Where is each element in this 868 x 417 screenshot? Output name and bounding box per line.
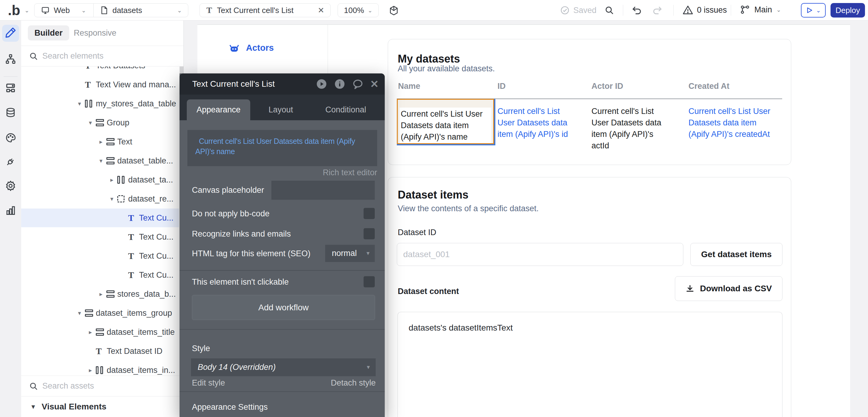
bbcode-checkbox[interactable] xyxy=(364,208,375,219)
dataset-items-card: Dataset items View the contents of a spe… xyxy=(388,177,791,417)
chevron-right-icon[interactable]: ▸ xyxy=(95,290,106,298)
tree-item-dataset-items-title[interactable]: ▸dataset_items_title xyxy=(21,323,179,342)
expression-line: API)'s name xyxy=(195,146,369,157)
tree-item-text-cu-[interactable]: TText Cu... xyxy=(21,247,179,265)
tree-item-text-datasets[interactable]: TText Datasets xyxy=(21,66,179,75)
issues-indicator[interactable]: 0 issues xyxy=(682,4,727,15)
inspector-tabs: Appearance Layout Conditional xyxy=(180,95,385,120)
workflow-icon[interactable] xyxy=(5,54,16,66)
logs-icon[interactable] xyxy=(5,205,16,217)
chevron-right-icon[interactable]: ▸ xyxy=(85,328,96,336)
undo-icon[interactable] xyxy=(632,5,642,16)
data-icon[interactable] xyxy=(5,107,16,119)
tree-item-label: dataset_table... xyxy=(117,156,173,166)
styles-icon[interactable] xyxy=(5,132,16,145)
get-dataset-items-button[interactable]: Get dataset items xyxy=(690,243,782,266)
platform-label[interactable]: Web xyxy=(54,6,70,15)
chevron-right-icon[interactable]: ▸ xyxy=(106,176,117,184)
tree-item-text-cu-[interactable]: TText Cu... xyxy=(21,266,179,284)
table-cell-actor: Current cell's ListUser Datasets dataite… xyxy=(591,105,661,151)
sidebar-item-actors[interactable]: Actors xyxy=(229,43,274,53)
info-icon[interactable] xyxy=(334,78,345,90)
edit-style-link[interactable]: Edit style xyxy=(192,378,225,388)
chevron-down-icon[interactable]: ▾ xyxy=(106,195,117,202)
zoom-control[interactable]: 100% ⌄ xyxy=(338,3,379,17)
rich-text-editor-link[interactable]: Rich text editor xyxy=(323,168,377,178)
tree-item-my-stores-data-table[interactable]: ▾my_stores_data_table xyxy=(21,94,179,113)
selected-canvas-element[interactable]: Current cell's List UserDatasets data it… xyxy=(397,99,494,144)
deploy-button[interactable]: Deploy xyxy=(831,3,865,18)
warning-icon xyxy=(682,4,693,15)
dataset-content-box: datasets's datasetItemsText xyxy=(397,312,782,417)
search-elements[interactable]: Search elements xyxy=(21,46,183,66)
group-element-icon xyxy=(106,138,117,146)
close-icon[interactable]: ✕ xyxy=(370,78,379,90)
tree-item-dataset-ta-[interactable]: ▸dataset_ta... xyxy=(21,170,179,189)
tree-item-text-cu-[interactable]: TText Cu... xyxy=(21,208,179,227)
dataset-id-input[interactable]: dataset_001 xyxy=(397,243,683,266)
design-icon[interactable] xyxy=(5,27,16,39)
add-workflow-button[interactable]: Add workflow xyxy=(192,295,375,320)
cell-line: Current cell's List User xyxy=(401,108,490,120)
tree-item-dataset-table-[interactable]: ▾dataset_table... xyxy=(21,151,179,170)
comment-icon[interactable] xyxy=(352,78,364,90)
chevron-right-icon[interactable]: ▸ xyxy=(85,366,96,374)
cell-line: Datasets data item xyxy=(688,117,770,128)
close-icon[interactable]: ✕ xyxy=(318,6,324,15)
components-icon[interactable] xyxy=(5,82,16,95)
visual-elements-section[interactable]: ▼ Visual Elements xyxy=(21,396,183,417)
dataset-content-text: datasets's datasetItemsText xyxy=(409,323,513,333)
settings-icon[interactable] xyxy=(5,180,16,193)
tab-conditional[interactable]: Conditional xyxy=(321,99,370,120)
chevron-down-icon[interactable]: ▾ xyxy=(95,157,106,164)
download-csv-button[interactable]: Download as CSV xyxy=(675,276,782,301)
chevron-down-icon[interactable]: ▾ xyxy=(74,310,85,317)
detach-style-link[interactable]: Detach style xyxy=(331,378,376,388)
tree-item-dataset-items-group[interactable]: ▾dataset_items_group xyxy=(21,304,179,322)
branch-selector[interactable]: Main ⌄ xyxy=(740,4,781,15)
tab-builder[interactable]: Builder xyxy=(28,25,69,40)
tree-item-label: Text xyxy=(117,137,132,147)
open-element-tab[interactable]: T Text Current cell's List ✕ xyxy=(199,3,331,17)
tree-item-text-dataset-id[interactable]: TText Dataset ID xyxy=(21,342,179,360)
inspector-header[interactable]: Text Current cell's List ✕ xyxy=(180,73,385,95)
tab-responsive[interactable]: Responsive xyxy=(67,25,123,40)
tree-item-label: Text Datasets xyxy=(96,66,145,70)
column-header-actor-id: Actor ID xyxy=(591,82,623,91)
tab-appearance[interactable]: Appearance xyxy=(187,99,250,120)
tree-item-group[interactable]: ▾Group xyxy=(21,113,179,132)
search-assets[interactable]: Search assets xyxy=(21,376,183,396)
preview-button[interactable]: ⌄ xyxy=(801,3,826,18)
chevron-down-icon[interactable]: ▾ xyxy=(85,119,96,126)
chevron-down-icon: ▼ xyxy=(366,364,371,371)
canvas-placeholder-input[interactable] xyxy=(271,181,375,200)
tree-item-text-cu-[interactable]: TText Cu... xyxy=(21,228,179,246)
monitor-icon xyxy=(41,6,50,14)
seo-dropdown[interactable]: normal ▼ xyxy=(325,245,375,262)
text-expression-box[interactable]: Current cell's List User Datasets data i… xyxy=(187,130,377,166)
page-name[interactable]: datasets xyxy=(113,6,142,15)
column-header-created-at: Created At xyxy=(688,82,730,91)
top-toolbar: .b ⌄ Web ⌄ datasets ⌄ T Text Current cel… xyxy=(0,0,868,21)
plugins-icon[interactable] xyxy=(5,156,16,168)
page-icon xyxy=(100,6,108,14)
bubble-logo[interactable]: .b ⌄ xyxy=(8,2,29,18)
table-cell-id[interactable]: Current cell's ListUser Datasets dataite… xyxy=(497,105,568,140)
links-checkbox[interactable] xyxy=(364,228,375,239)
search-icon[interactable] xyxy=(604,5,614,15)
run-icon[interactable] xyxy=(316,78,327,90)
style-dropdown[interactable]: Body 14 (Overridden) ▼ xyxy=(191,358,376,376)
tab-layout[interactable]: Layout xyxy=(261,99,301,120)
chevron-right-icon[interactable]: ▸ xyxy=(95,138,106,146)
clickable-checkbox[interactable] xyxy=(364,276,375,287)
tree-item-dataset-re-[interactable]: ▾dataset_re... xyxy=(21,189,179,208)
tree-item-stores-data-b-[interactable]: ▸stores_data_b... xyxy=(21,285,179,303)
left-rail xyxy=(0,21,21,417)
tree-item-text[interactable]: ▸Text xyxy=(21,132,179,151)
redo-icon[interactable] xyxy=(652,5,662,16)
chevron-down-icon: ⌄ xyxy=(25,7,29,14)
table-cell-created[interactable]: Current cell's List UserDatasets data it… xyxy=(688,105,770,140)
chevron-down-icon[interactable]: ▾ xyxy=(74,100,85,107)
package-icon[interactable] xyxy=(389,5,399,16)
tree-item-text-view-and-mana-[interactable]: TText View and mana... xyxy=(21,75,179,94)
